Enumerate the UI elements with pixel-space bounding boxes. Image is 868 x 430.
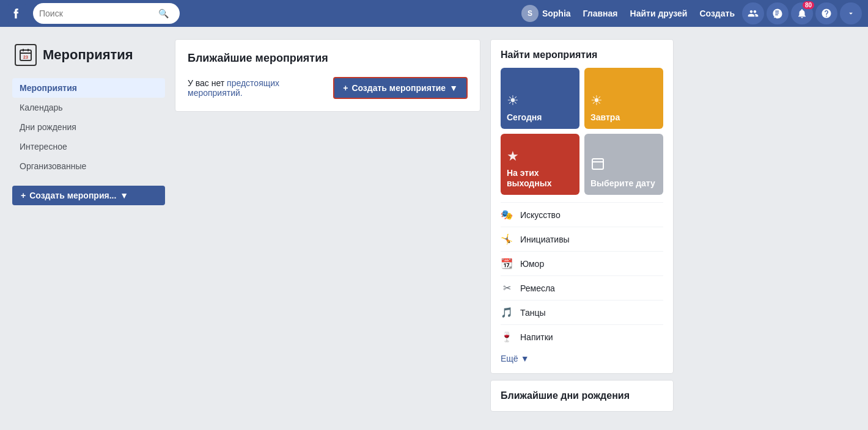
crafts-icon: ✂ bbox=[501, 282, 513, 294]
star-icon: ★ bbox=[507, 148, 519, 164]
sidebar-item-calendar[interactable]: Календарь bbox=[12, 98, 165, 117]
nav-user[interactable]: S Sophia bbox=[517, 2, 576, 24]
nav-find-friends-link[interactable]: Найти друзей bbox=[625, 6, 693, 21]
tile-weekend-label: На этих выходных bbox=[507, 168, 573, 189]
main-content: Ближайшие мероприятия У вас нет предстоя… bbox=[175, 39, 480, 112]
category-humor-label: Юмор bbox=[520, 259, 544, 269]
nav-create-link[interactable]: Создать bbox=[694, 6, 740, 21]
sidebar-nav: Мероприятия Календарь Дни рождения Интер… bbox=[12, 78, 165, 176]
more-chevron-icon: ▼ bbox=[521, 354, 529, 363]
sidebar: 23 Мероприятия Мероприятия Календарь Дни… bbox=[12, 39, 165, 418]
drinks-icon: 🍷 bbox=[501, 331, 513, 343]
sidebar-item-events[interactable]: Мероприятия bbox=[12, 78, 165, 98]
category-humor[interactable]: 📆 Юмор bbox=[501, 251, 663, 275]
svg-rect-6 bbox=[592, 159, 603, 169]
art-icon: 🎭 bbox=[501, 209, 513, 220]
create-event-dropdown-icon: ▼ bbox=[449, 83, 458, 93]
search-input[interactable] bbox=[39, 9, 158, 18]
tile-pick-date[interactable]: Выберите дату bbox=[584, 134, 663, 195]
calendar-icon bbox=[590, 156, 605, 175]
friend-requests-icon[interactable] bbox=[742, 2, 764, 24]
birthday-title: Ближайшие дни рождения bbox=[501, 390, 663, 401]
top-navigation: 🔍 S Sophia Главная Найти друзей Создать … bbox=[0, 0, 868, 27]
sidebar-create-event-label: Создать мероприя... bbox=[29, 191, 116, 200]
find-events-box: Найти мероприятия ☀ Сегодня ☀ Завтра ★ Н… bbox=[490, 39, 674, 374]
facebook-logo[interactable] bbox=[6, 2, 28, 24]
messenger-icon[interactable] bbox=[767, 2, 789, 24]
plus-icon: + bbox=[21, 191, 26, 200]
content-title: Ближайшие мероприятия bbox=[188, 52, 468, 65]
search-box: 🔍 bbox=[33, 3, 180, 24]
category-drinks[interactable]: 🍷 Напитки bbox=[501, 324, 663, 349]
nav-home-link[interactable]: Главная bbox=[578, 6, 623, 21]
sidebar-item-birthdays[interactable]: Дни рождения bbox=[12, 117, 165, 137]
dropdown-icon[interactable] bbox=[840, 2, 862, 24]
sidebar-title-text: Мероприятия bbox=[43, 47, 133, 63]
create-event-main-button[interactable]: + Создать мероприятие ▼ bbox=[333, 77, 468, 99]
tile-today[interactable]: ☀ Сегодня bbox=[501, 68, 579, 129]
no-events-text: У вас нет предстоящих мероприятий. bbox=[188, 78, 323, 98]
initiatives-icon: 🤸 bbox=[501, 233, 513, 245]
category-crafts-label: Ремесла bbox=[520, 283, 555, 293]
category-list: 🎭 Искусство 🤸 Инициативы 📆 Юмор ✂ Ремесл… bbox=[501, 202, 663, 349]
category-dance[interactable]: 🎵 Танцы bbox=[501, 300, 663, 324]
find-events-title: Найти мероприятия bbox=[501, 49, 663, 60]
sidebar-item-organized[interactable]: Организованные bbox=[12, 156, 165, 176]
upcoming-events-link[interactable]: предстоящих мероприятий. bbox=[188, 78, 279, 98]
no-events-row: У вас нет предстоящих мероприятий. + Соз… bbox=[188, 77, 468, 99]
main-layout: 23 Мероприятия Мероприятия Календарь Дни… bbox=[0, 27, 868, 430]
notification-badge: 80 bbox=[803, 1, 814, 9]
more-link[interactable]: Ещё ▼ bbox=[501, 354, 663, 363]
sidebar-item-interesting[interactable]: Интересное bbox=[12, 137, 165, 156]
dance-icon: 🎵 bbox=[501, 307, 513, 318]
birthday-box: Ближайшие дни рождения bbox=[490, 380, 674, 412]
category-art[interactable]: 🎭 Искусство bbox=[501, 202, 663, 227]
create-event-plus-icon: + bbox=[343, 83, 348, 93]
category-art-label: Искусство bbox=[520, 210, 561, 220]
nav-right: S Sophia Главная Найти друзей Создать 80 bbox=[517, 2, 862, 24]
tile-tomorrow-label: Завтра bbox=[590, 112, 620, 123]
sidebar-create-event-button[interactable]: + Создать мероприя... ▼ bbox=[12, 186, 165, 205]
sun-icon: ☀ bbox=[507, 93, 519, 109]
tile-today-label: Сегодня bbox=[507, 112, 542, 123]
tile-weekend[interactable]: ★ На этих выходных bbox=[501, 134, 579, 195]
more-label: Ещё bbox=[501, 354, 518, 363]
category-drinks-label: Напитки bbox=[520, 332, 553, 342]
event-tiles: ☀ Сегодня ☀ Завтра ★ На этих выходных bbox=[501, 68, 663, 195]
sun-tomorrow-icon: ☀ bbox=[590, 93, 603, 109]
dropdown-arrow-icon: ▼ bbox=[120, 191, 128, 200]
tile-tomorrow[interactable]: ☀ Завтра bbox=[584, 68, 663, 129]
category-crafts[interactable]: ✂ Ремесла bbox=[501, 275, 663, 300]
tile-pick-date-label: Выберите дату bbox=[590, 178, 655, 189]
svg-text:23: 23 bbox=[23, 55, 28, 59]
category-initiatives[interactable]: 🤸 Инициативы bbox=[501, 227, 663, 251]
sidebar-title: 23 Мероприятия bbox=[12, 39, 165, 71]
user-name: Sophia bbox=[542, 9, 571, 18]
notifications-icon[interactable]: 80 bbox=[791, 2, 813, 24]
events-calendar-icon: 23 bbox=[15, 44, 37, 66]
category-initiatives-label: Инициативы bbox=[520, 235, 570, 244]
category-dance-label: Танцы bbox=[520, 308, 546, 318]
humor-icon: 📆 bbox=[501, 258, 513, 269]
create-event-main-label: Создать мероприятие bbox=[351, 83, 446, 93]
right-panel: Найти мероприятия ☀ Сегодня ☀ Завтра ★ Н… bbox=[490, 39, 674, 418]
search-icon: 🔍 bbox=[158, 9, 169, 18]
help-icon[interactable] bbox=[815, 2, 837, 24]
avatar: S bbox=[521, 5, 539, 22]
